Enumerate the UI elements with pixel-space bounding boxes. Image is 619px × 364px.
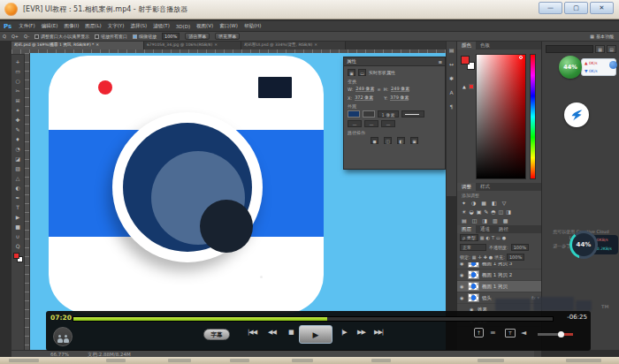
- eye-icon[interactable]: ◉: [460, 262, 465, 266]
- path-op-intersect-icon[interactable]: ◧: [397, 137, 405, 144]
- volume-knob[interactable]: [558, 331, 564, 337]
- brush-tool-icon[interactable]: ✎: [15, 125, 19, 134]
- width-value[interactable]: 249 像素: [355, 86, 374, 92]
- tab-close-icon[interactable]: ×: [214, 42, 218, 49]
- collapsed-panel-icon[interactable]: ¶: [450, 103, 454, 110]
- path-op-combine-icon[interactable]: ◼: [371, 137, 378, 144]
- lock-all-icon[interactable]: ●: [489, 254, 493, 260]
- menu-layer[interactable]: 图层(L): [85, 23, 101, 29]
- play-button[interactable]: ▶: [299, 325, 332, 344]
- grid-view-icon[interactable]: ▦: [595, 45, 605, 53]
- open-file-icon[interactable]: ↑: [474, 328, 484, 337]
- volume-icon[interactable]: ◄: [521, 329, 526, 337]
- snapshot-icon[interactable]: T: [505, 329, 516, 337]
- stop-button[interactable]: ■: [288, 329, 294, 336]
- lock-position-icon[interactable]: ✛: [478, 254, 481, 260]
- lock-transparent-icon[interactable]: ▦: [472, 254, 477, 260]
- link-dimensions-icon[interactable]: ∞: [377, 87, 380, 92]
- memory-ball-widget[interactable]: 44%: [559, 56, 582, 79]
- blend-mode-dropdown[interactable]: 正常: [460, 244, 486, 251]
- collapsed-panel-icon[interactable]: A: [449, 89, 453, 95]
- network-ball-widget[interactable]: 44%: [569, 231, 598, 259]
- fill-screen-button[interactable]: 填充屏幕: [215, 33, 240, 40]
- rewind-button[interactable]: ◀◀: [268, 329, 276, 336]
- height-value[interactable]: 249 像素: [391, 86, 409, 92]
- player-titlebar[interactable]: [EVR] UI教程：51.相机案例.mp4 - 射手影音播放器 — ▢ ✕: [0, 0, 619, 19]
- move-tool-icon[interactable]: +: [15, 57, 19, 66]
- saturation-brightness-picker[interactable]: [476, 54, 526, 179]
- fast-forward-button[interactable]: ▶▶: [357, 329, 365, 336]
- eraser-tool-icon[interactable]: ◪: [15, 154, 20, 163]
- channel-mixer-adjustment-icon[interactable]: ◓: [491, 209, 495, 215]
- curves-adjustment-icon[interactable]: ▦: [481, 200, 486, 206]
- photo-filter-adjustment-icon[interactable]: ✎: [484, 209, 488, 215]
- appearance-section-label[interactable]: 外观: [348, 103, 441, 109]
- path-select-tool-icon[interactable]: ▶: [16, 212, 20, 222]
- menu-type[interactable]: 文字(Y): [108, 23, 125, 29]
- progress-bar[interactable]: [73, 316, 554, 322]
- stroke-align-dropdown[interactable]: —: [348, 120, 362, 127]
- posterize-adjustment-icon[interactable]: ▤: [462, 217, 467, 224]
- collapsed-panel-icon[interactable]: ✱: [449, 75, 454, 81]
- zoom-in-icon[interactable]: Q+: [11, 34, 19, 39]
- video-frame[interactable]: Ps 文件(F) 编辑(E) 图像(I) 图层(L) 文字(Y) 选择(S) 滤…: [0, 19, 619, 357]
- eye-icon[interactable]: ◉: [460, 295, 465, 300]
- zoom-out-icon[interactable]: Q-: [24, 34, 29, 39]
- blur-tool-icon[interactable]: △: [16, 173, 20, 183]
- collapsed-panel-icon[interactable]: ↔: [449, 61, 454, 67]
- gradient-tool-icon[interactable]: ▨: [15, 163, 20, 173]
- pen-tool-icon[interactable]: ✒: [15, 193, 19, 202]
- color-balance-adjustment-icon[interactable]: ◒: [469, 209, 473, 215]
- hand-tool-icon[interactable]: ∪: [16, 231, 19, 241]
- lookup-adjustment-icon[interactable]: ◫: [499, 209, 504, 215]
- vibrance-adjustment-icon[interactable]: ▽: [502, 200, 507, 206]
- maximize-button[interactable]: ▢: [564, 2, 588, 14]
- collapsed-panel-icon[interactable]: ▤: [449, 47, 455, 53]
- option-zoom-all-windows[interactable]: 缩放所有窗口: [95, 34, 127, 39]
- opacity-value[interactable]: 100%: [511, 244, 529, 251]
- menu-filter[interactable]: 滤镜(T): [153, 23, 170, 29]
- menu-file[interactable]: 文件(F): [19, 23, 34, 29]
- path-ops-section-label[interactable]: 路径操作: [348, 130, 441, 135]
- volume-slider[interactable]: [538, 333, 573, 336]
- tab-close-icon[interactable]: ×: [96, 42, 99, 49]
- fill-value[interactable]: 100%: [507, 254, 524, 261]
- document-tab-active[interactable]: 相机.psd @ 169%(椭圆 1 拷贝, RGB/8#) *×: [11, 42, 144, 49]
- filter-type-layers-icon[interactable]: T: [492, 235, 494, 240]
- menu-window[interactable]: 窗口(W): [219, 23, 238, 29]
- stroke-corner-dropdown[interactable]: —: [381, 120, 395, 127]
- stroke-color-swatch[interactable]: [363, 110, 375, 118]
- community-button[interactable]: [53, 327, 73, 346]
- tab-paths[interactable]: 路径: [494, 225, 513, 233]
- zoom-level-field[interactable]: 100%: [162, 33, 180, 40]
- menu-help[interactable]: 帮助(H): [244, 23, 261, 29]
- document-tab[interactable]: 6791058_34.jpg @ 106%(RGB/8)×: [144, 42, 241, 49]
- marquee-tool-icon[interactable]: ▭: [15, 66, 20, 76]
- layer-row-selected[interactable]: ◉ 椭圆 1 拷贝: [457, 281, 542, 292]
- subtitle-button[interactable]: 字幕: [203, 329, 230, 340]
- next-button[interactable]: ▶▶|: [374, 329, 383, 336]
- browser-ball-icon[interactable]: [609, 61, 617, 69]
- filter-pixel-layers-icon[interactable]: ▦: [480, 235, 485, 240]
- mask-props-icon[interactable]: ▭: [358, 69, 366, 76]
- lock-pixels-icon[interactable]: ✚: [484, 254, 487, 260]
- invert-adjustment-icon[interactable]: ◨: [506, 209, 511, 215]
- tab-layers[interactable]: 图层: [457, 225, 476, 233]
- panel-color-swatches[interactable]: [461, 56, 477, 72]
- stroke-cap-dropdown[interactable]: —: [364, 120, 378, 127]
- threshold-adjustment-icon[interactable]: ◫: [472, 217, 478, 224]
- x-value[interactable]: 372 像素: [355, 95, 373, 101]
- tab-close-icon[interactable]: ×: [314, 42, 317, 49]
- menu-edit[interactable]: 编辑(E): [42, 23, 58, 29]
- crop-tool-icon[interactable]: ⊞: [15, 95, 19, 105]
- previous-button[interactable]: |◀◀: [248, 329, 256, 336]
- quick-select-tool-icon[interactable]: ✂: [15, 86, 19, 95]
- close-button[interactable]: ✕: [590, 2, 614, 14]
- layer-filter-kind-dropdown[interactable]: ρ 类型: [460, 234, 478, 241]
- list-view-icon[interactable]: ▤: [607, 45, 616, 53]
- layer-row[interactable]: ◉ 椭圆 1 拷贝 2: [457, 269, 542, 281]
- tab-adjustments[interactable]: 调整: [457, 183, 476, 191]
- fit-screen-button[interactable]: 适合屏幕: [185, 33, 210, 40]
- document-tab[interactable]: 相机图UI.psd @ 334%(背景, RGB/8)×: [241, 42, 346, 49]
- option-scrubby-zoom[interactable]: 细微缩放: [133, 34, 157, 39]
